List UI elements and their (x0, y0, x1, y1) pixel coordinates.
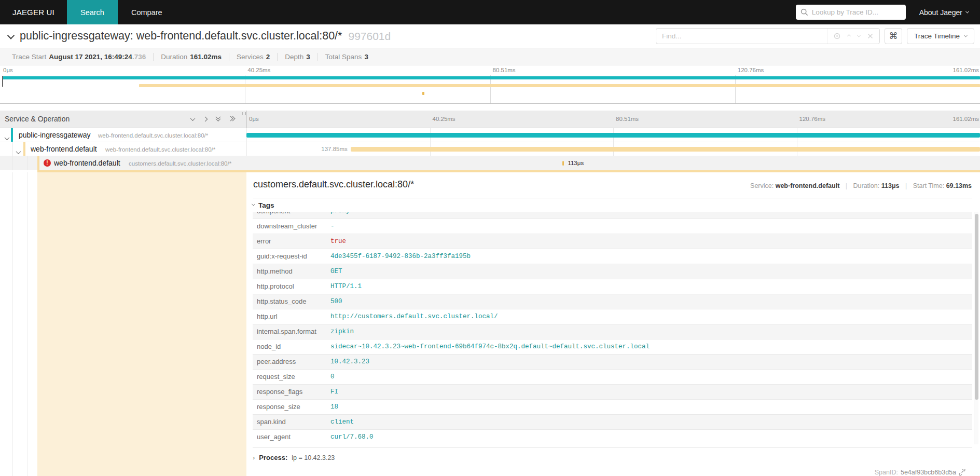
timeline-tick: 0μs (249, 116, 259, 122)
trace-title: public-ingressgateway: web-frontend.defa… (20, 30, 342, 43)
tag-row[interactable]: peer.address 10.42.3.23 (253, 354, 972, 369)
collapse-span-chevron[interactable] (17, 147, 20, 156)
span-name-cell[interactable]: web-frontend.default web-frontend.defaul… (0, 142, 246, 156)
tag-row[interactable]: http.protocol HTTP/1.1 (253, 279, 972, 294)
tag-row[interactable]: response_flags FI (253, 384, 972, 399)
prev-match-icon[interactable] (847, 34, 851, 38)
meta-trace-start: Trace StartAugust 17 2021, 16:49:24.736 (5, 53, 154, 61)
tag-row[interactable]: downstream_cluster - (253, 219, 972, 234)
span-row-web-frontend[interactable]: web-frontend.default web-frontend.defaul… (0, 142, 980, 156)
detail-service-value: web-frontend.default (776, 182, 840, 189)
minimap-tick-labels: 0μs 40.25ms 80.51ms 120.76ms 161.02ms (0, 65, 980, 75)
tag-key: peer.address (253, 354, 326, 369)
tag-value: sidecar~10.42.3.23~web-frontend-69b64f97… (330, 343, 650, 350)
find-controls (827, 29, 879, 44)
nav-tab-search[interactable]: Search (67, 0, 118, 24)
span-duration-bar[interactable] (351, 147, 980, 152)
tag-key: error (253, 234, 326, 249)
tags-section-toggle[interactable]: Tags (252, 201, 274, 209)
detail-start-value: 69.13ms (946, 182, 972, 189)
app-logo[interactable]: JAEGER UI (0, 8, 67, 17)
minimap-tick: 120.76ms (738, 67, 764, 73)
span-duration-bar[interactable] (246, 133, 980, 138)
span-name-cell[interactable]: ! web-frontend.default customers.default… (0, 156, 246, 170)
focus-target-icon[interactable] (834, 33, 840, 39)
span-bar-lane[interactable]: 137.85ms (246, 142, 980, 156)
timeline-tick: 120.76ms (799, 116, 826, 122)
service-operation-header: Service & Operation (5, 115, 70, 123)
tag-row[interactable]: http.url http://customers.default.svc.cl… (253, 309, 972, 324)
copy-link-icon[interactable] (959, 469, 965, 476)
minimap-scrubber-handle[interactable] (2, 76, 3, 87)
trace-view-select[interactable]: Trace Timeline (907, 28, 974, 44)
span-bar-lane[interactable]: 113μs (246, 156, 980, 170)
trace-id-lookup-input[interactable] (796, 5, 906, 20)
nav-tab-compare[interactable]: Compare (118, 0, 176, 24)
tag-row[interactable]: request_size 0 (253, 369, 972, 384)
trace-minimap[interactable] (0, 75, 980, 104)
tag-row[interactable]: internal.span.format zipkin (253, 324, 972, 339)
keyboard-shortcuts-button[interactable]: ⌘ (885, 28, 902, 44)
span-duration-bar[interactable] (562, 161, 564, 166)
span-row-public-ingressgateway[interactable]: public-ingressgateway web-frontend.defau… (0, 128, 980, 142)
tag-row[interactable]: http.method GET (253, 264, 972, 279)
trace-header-toolbar: ⌘ Trace Timeline (656, 28, 980, 44)
tag-row[interactable]: response_size 18 (253, 399, 972, 414)
tag-row[interactable]: component proxy (253, 212, 972, 219)
tag-key: component (253, 212, 326, 219)
trace-id-short: 997601d (348, 30, 391, 43)
clear-find-icon[interactable] (867, 33, 873, 39)
indent-guide (12, 156, 13, 170)
tag-row[interactable]: span.kind client (253, 414, 972, 429)
collapse-one-icon[interactable] (190, 116, 196, 121)
timeline-tick-labels: 0μs 40.25ms 80.51ms 120.76ms 161.02ms (246, 111, 980, 128)
timeline-tick: 40.25ms (433, 116, 456, 122)
tag-row[interactable]: error true (253, 234, 972, 249)
tag-value: 0 (330, 373, 335, 380)
tag-value: true (330, 238, 346, 245)
tag-key: http.method (253, 264, 326, 279)
minimap-tick: 161.02ms (953, 67, 979, 73)
span-color-bar (37, 156, 39, 170)
collapse-span-chevron[interactable] (5, 133, 9, 142)
span-bar-lane[interactable] (246, 128, 980, 142)
scrollbar-thumb[interactable] (975, 214, 978, 400)
tag-value: 18 (330, 403, 338, 411)
tag-key: response_size (253, 399, 326, 414)
divider (253, 198, 972, 198)
meta-depth: Depth3 (278, 53, 318, 61)
minimap-tick: 80.51ms (493, 67, 516, 73)
tag-value: FI (330, 388, 338, 396)
tag-value: - (330, 223, 335, 230)
about-jaeger-menu[interactable]: About Jaeger (919, 8, 969, 17)
search-icon (800, 8, 808, 16)
next-match-icon[interactable] (857, 34, 861, 37)
minimap-gridline (245, 75, 245, 103)
tags-scrollbar[interactable] (974, 212, 978, 444)
indent-guide (27, 172, 28, 476)
collapse-trace-chevron[interactable] (8, 32, 13, 41)
tag-key: http.url (253, 309, 326, 324)
span-name-cell[interactable]: public-ingressgateway web-frontend.defau… (0, 128, 246, 142)
process-section-toggle[interactable]: › Process: ip = 10.42.3.23 (253, 447, 972, 461)
tags-scroll-viewport[interactable]: component proxy downstream_cluster - err… (253, 212, 972, 444)
tag-row[interactable]: user_agent curl/7.68.0 (253, 429, 972, 444)
expand-one-icon[interactable] (203, 116, 208, 121)
span-row-web-frontend-error[interactable]: ! web-frontend.default customers.default… (0, 156, 980, 170)
tag-row[interactable]: node_id sidecar~10.42.3.23~web-frontend-… (253, 339, 972, 354)
tree-collapse-controls (191, 116, 234, 122)
column-resizer-grip[interactable] (242, 112, 246, 115)
span-duration-label: 137.85ms (321, 146, 348, 152)
tag-value: 10.42.3.23 (330, 358, 369, 365)
find-box (656, 28, 880, 44)
find-input[interactable] (656, 32, 827, 40)
expand-all-icon[interactable] (229, 116, 234, 122)
tag-row[interactable]: guid:x-request-id 4de3455f-6187-9492-836… (253, 249, 972, 264)
tag-row[interactable]: http.status_code 500 (253, 294, 972, 309)
tag-value: HTTP/1.1 (330, 283, 362, 290)
trace-header: public-ingressgateway: web-frontend.defa… (0, 24, 980, 48)
tag-value: proxy (330, 212, 350, 214)
tags-table: component proxy downstream_cluster - err… (253, 212, 972, 444)
spanid-value: 5e4af93bcb6b3d5a (901, 469, 956, 476)
collapse-all-icon[interactable] (216, 116, 220, 122)
